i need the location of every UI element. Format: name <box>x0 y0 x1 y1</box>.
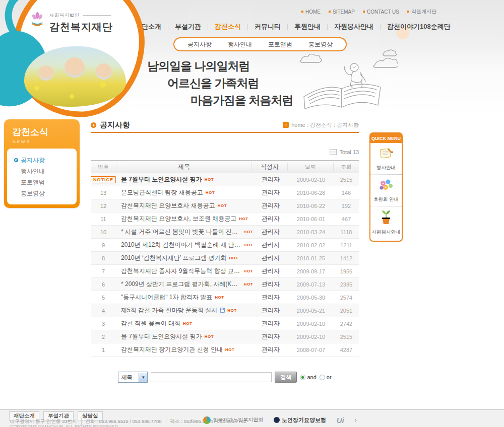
subnav-item-1[interactable]: 행사안내 <box>220 40 260 49</box>
radio-and[interactable]: and <box>300 374 316 380</box>
radio-or[interactable]: or <box>320 374 332 380</box>
cell-date: 2010-06-28 <box>288 190 334 196</box>
search-field-select[interactable]: 제목 ▼ <box>118 372 148 383</box>
hot-badge: HOT <box>244 282 253 287</box>
nav-item-5[interactable]: 자원봉사안내 <box>334 22 373 31</box>
header: HOMESITEMAPCONTACT US직원게시판 재단소개부설기관감천소식커… <box>0 0 504 117</box>
utility-menu: HOMESITEMAPCONTACT US직원게시판 <box>301 8 436 15</box>
nav-item-3[interactable]: 커뮤니티 <box>255 22 281 31</box>
post-title-link[interactable]: 2010년 제12차 감천이야기 백팔순례 새 단장으로 출발합니다. <box>121 241 241 249</box>
cell-number: 10 <box>91 229 116 235</box>
nav-divider <box>208 24 208 30</box>
footer: 재단소개부설기관상담실 대구광역시 동구 진인동 33번지 전화 : 053.9… <box>0 409 504 427</box>
subnav-item-2[interactable]: 포토앨범 <box>260 40 300 49</box>
quick-menu-item-1[interactable]: 후원회 안내 <box>370 174 402 206</box>
sidebar-item-1[interactable]: 행사안내 <box>14 166 77 177</box>
post-title-link[interactable]: 감천복지재단 종사자 9월직무능력 향상 교육 실시 <box>121 267 241 275</box>
person-face <box>38 65 53 81</box>
sidebar-menu: 공지사항행사안내포토앨범홍보영상 <box>7 149 77 204</box>
nav-item-4[interactable]: 후원안내 <box>294 22 321 31</box>
slogan-line-3: 마음가짐을 처음처럼 <box>191 93 293 108</box>
table-body: NOTICE올 7월부터 노인요양시설 평가HOT관리자2009-02-1025… <box>91 173 359 357</box>
table-row: NOTICE올 7월부터 노인요양시설 평가HOT관리자2009-02-1025… <box>91 173 359 186</box>
utility-item-contact-us[interactable]: CONTACT US <box>363 9 399 15</box>
header-logo-blob: 사회복지법인 감천복지재단 <box>0 0 146 118</box>
cell-date: 2010-03-24 <box>288 229 334 235</box>
cell-date: 2009-05-30 <box>288 295 334 301</box>
partner-logo-3[interactable]: Ui <box>337 416 344 424</box>
flower-dot <box>100 82 106 88</box>
cell-author: 관리자 <box>253 306 288 315</box>
utility-item-home[interactable]: HOME <box>301 9 321 15</box>
post-title-link[interactable]: 올 7월부터 노인요양시설 평가 <box>121 332 202 341</box>
search-input[interactable] <box>151 372 272 382</box>
utility-item-label: CONTACT US <box>367 9 399 15</box>
cell-title: 올 7월부터 노인요양시설 평가HOT <box>116 175 253 184</box>
cell-number: 13 <box>91 190 116 196</box>
cell-number: 1 <box>91 347 116 353</box>
partner-logo-2[interactable]: 노인장기요양보험 <box>274 416 326 424</box>
post-title-link[interactable]: * 시설 거주 어르신 봄맞이 벚꽃 나들이 진행~! <box>121 228 241 236</box>
book-reader-illustration <box>290 48 398 116</box>
utility-item-직원게시판[interactable]: 직원게시판 <box>407 8 436 15</box>
person-face <box>96 63 112 80</box>
title-bullet-icon <box>91 122 96 128</box>
quick-menu-item-2[interactable]: 자원봉사안내 <box>370 206 402 239</box>
partners-next-arrow[interactable]: › <box>354 416 357 423</box>
chevron-down-icon: ▼ <box>139 373 147 382</box>
post-title-link[interactable]: 감천복지재단 장기요양기관 신청 안내 <box>121 345 223 354</box>
post-title-link[interactable]: * 2009년 상반기 프로그램 평가회, 사례(KOMI) 발표회 실시 * <box>121 280 241 289</box>
cell-views: 1412 <box>334 255 359 261</box>
quick-menu-items: 행사안내후원회 안내자원봉사안내 <box>370 143 402 239</box>
cell-date: 2010-02-02 <box>288 242 334 248</box>
post-title-link[interactable]: 감천복지재단 요양보호사 채용공고 <box>121 201 215 210</box>
site-logo[interactable]: 사회복지법인 감천복지재단 <box>28 10 113 34</box>
cell-author: 관리자 <box>253 175 288 184</box>
flower-dot <box>34 86 39 91</box>
hot-badge: HOT <box>215 295 224 300</box>
utility-item-label: SITEMAP <box>333 9 355 15</box>
partner-logo-1[interactable]: 한국재가노인복지협회 <box>203 416 263 424</box>
nav-item-2[interactable]: 감천소식 <box>215 22 241 31</box>
cell-number: 4 <box>91 308 116 314</box>
quick-menu-item-label: 행사안내 <box>376 165 396 171</box>
sidebar-title: 감천소식 <box>4 119 80 138</box>
search-button[interactable]: 검색 <box>275 372 297 383</box>
slogan-line-2: 어르신을 가족처럼 <box>167 76 259 91</box>
table-row: 2올 7월부터 노인요양시설 평가HOT관리자2009-02-102515 <box>91 330 359 343</box>
quick-menu-item-label: 후원회 안내 <box>373 196 399 203</box>
nav-item-1[interactable]: 부설기관 <box>175 22 201 31</box>
nav-divider <box>327 24 328 30</box>
nav-item-6[interactable]: 감천이야기108순례단 <box>387 22 451 31</box>
subnav-item-0[interactable]: 공지사항 <box>179 40 220 49</box>
subnav-item-3[interactable]: 홍보영상 <box>300 40 341 49</box>
cell-date: 2009-05-21 <box>288 308 334 314</box>
cell-date: 2010-06-22 <box>288 203 334 209</box>
sidebar-item-label: 행사안내 <box>21 166 45 177</box>
partners-prev-arrow[interactable]: ‹ <box>191 416 193 423</box>
post-title-link[interactable]: 2010년 ‘감천복지재단’ 프로그램 평가회 <box>121 254 227 262</box>
total-count: Total 13 <box>339 149 359 155</box>
hot-badge: HOT <box>183 321 192 326</box>
post-title-link[interactable]: 올 7월부터 노인요양시설 평가 <box>121 175 202 184</box>
sidebar-item-3[interactable]: 홍보영상 <box>14 188 77 199</box>
slogan-line-1: 남의일을 나의일처럼 <box>147 58 249 74</box>
cell-number: 2 <box>91 334 116 340</box>
quick-menu-item-0[interactable]: 행사안내 <box>370 143 402 174</box>
sidebar-item-0[interactable]: 공지사항 <box>14 155 77 166</box>
post-title-link[interactable]: 감천복지재단 요양보호사, 보조원 채용공고 <box>121 215 236 223</box>
table-row: 92010년 제12차 감천이야기 백팔순례 새 단장으로 출발합니다.HOT관… <box>91 239 359 252</box>
post-title-link[interactable]: 은모닝급식센터 팀장 채용공고 <box>121 188 203 197</box>
post-title-link[interactable]: 제5회 감천 가족 한마당 운동회 실시 <box>121 306 217 315</box>
post-title-link[interactable]: "동구시니어클럽" 1차 합격자 발표 <box>121 293 212 302</box>
utility-item-sitemap[interactable]: SITEMAP <box>329 9 355 15</box>
cell-title: "동구시니어클럽" 1차 합격자 발표HOT <box>116 293 253 302</box>
col-views: 조회 <box>334 163 359 171</box>
sidebar-item-2[interactable]: 포토앨범 <box>14 177 77 188</box>
cell-author: 관리자 <box>253 201 288 210</box>
cell-number: 12 <box>91 203 116 209</box>
attachment-icon <box>220 307 225 314</box>
post-title-link[interactable]: 감천 직원 윷놀이 대회 <box>121 319 180 328</box>
sidebar-item-label: 포토앨범 <box>21 177 45 188</box>
cell-title: 2010년 제12차 감천이야기 백팔순례 새 단장으로 출발합니다.HOT <box>116 241 253 249</box>
